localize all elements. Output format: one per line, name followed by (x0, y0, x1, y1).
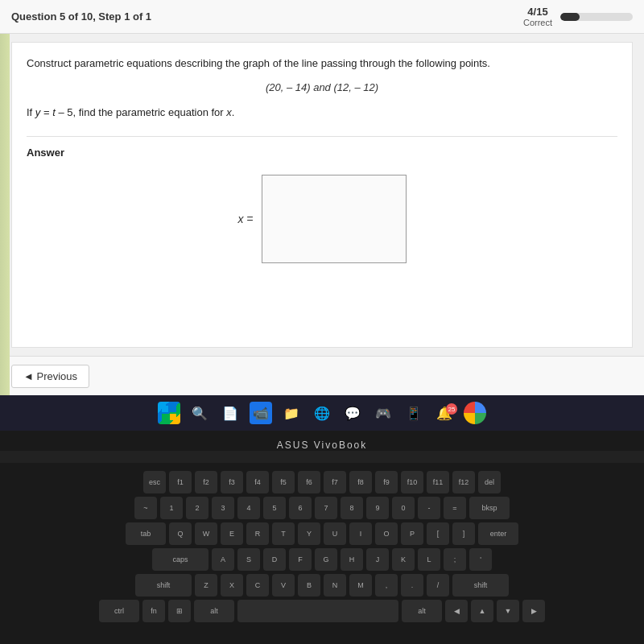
key-6[interactable]: 6 (289, 497, 312, 519)
key-v[interactable]: V (272, 574, 295, 597)
office-icon[interactable]: 📱 (402, 402, 425, 424)
key-f12[interactable]: f12 (452, 471, 475, 493)
key-shift-left[interactable]: shift (135, 574, 192, 597)
header-bar: Question 5 of 10, Step 1 of 1 4/15 Corre… (0, 0, 644, 34)
score-box: 4/15 Correct (523, 6, 552, 27)
key-tilde[interactable]: ~ (134, 497, 157, 519)
key-w[interactable]: W (195, 522, 217, 545)
key-arrow-right[interactable]: ▶ (522, 600, 545, 622)
key-7[interactable]: 7 (315, 497, 337, 519)
key-1[interactable]: 1 (160, 497, 183, 519)
key-quote[interactable]: ' (469, 548, 492, 571)
key-g[interactable]: G (315, 548, 337, 571)
key-fn[interactable]: fn (142, 600, 165, 622)
chrome-icon[interactable] (464, 402, 486, 424)
key-f8[interactable]: f8 (349, 471, 372, 493)
key-f9[interactable]: f9 (375, 471, 398, 493)
laptop-brand-label: ASUS VivoBook (277, 440, 368, 451)
answer-label: Answer (27, 147, 617, 159)
search-icon[interactable]: 🔍 (188, 402, 211, 424)
key-bracket-right[interactable]: ] (452, 522, 475, 545)
keyboard-row-1: esc f1 f2 f3 f4 f5 f6 f7 f8 f9 f10 f11 f… (16, 471, 628, 493)
key-4[interactable]: 4 (237, 497, 260, 519)
key-f4[interactable]: f4 (246, 471, 269, 493)
key-0[interactable]: 0 (392, 497, 415, 519)
key-space[interactable] (237, 600, 398, 622)
key-backspace[interactable]: bksp (469, 497, 510, 519)
key-comma[interactable]: , (375, 574, 398, 597)
previous-button[interactable]: ◄ Previous (11, 365, 89, 388)
game-icon[interactable]: 🎮 (372, 402, 394, 424)
key-m[interactable]: M (349, 574, 372, 597)
key-z[interactable]: Z (195, 574, 217, 597)
key-s[interactable]: S (237, 548, 260, 571)
key-e[interactable]: E (221, 522, 243, 545)
key-9[interactable]: 9 (366, 497, 389, 519)
key-u[interactable]: U (324, 522, 346, 545)
key-y[interactable]: Y (298, 522, 320, 545)
key-x[interactable]: X (221, 574, 243, 597)
key-k[interactable]: K (392, 548, 415, 571)
key-caps[interactable]: caps (152, 548, 208, 571)
key-slash[interactable]: / (427, 574, 449, 597)
edge-icon[interactable]: 🌐 (311, 402, 333, 424)
key-p[interactable]: P (401, 522, 423, 545)
key-period[interactable]: . (401, 574, 423, 597)
folder-icon[interactable]: 📁 (280, 402, 303, 424)
keyboard: esc f1 f2 f3 f4 f5 f6 f7 f8 f9 f10 f11 f… (0, 463, 644, 634)
key-alt-left[interactable]: alt (194, 600, 234, 622)
key-d[interactable]: D (263, 548, 286, 571)
meet-icon[interactable]: 📹 (250, 402, 272, 424)
file-icon[interactable]: 📄 (219, 402, 242, 424)
question-instruction: Construct parametric equations describin… (27, 56, 617, 72)
windows-icon[interactable] (158, 402, 180, 424)
key-t[interactable]: T (272, 522, 295, 545)
key-ctrl-left[interactable]: ctrl (99, 600, 139, 622)
key-f1[interactable]: f1 (169, 471, 192, 493)
key-shift-right[interactable]: shift (452, 574, 509, 597)
key-b[interactable]: B (298, 574, 320, 597)
question-points: (20, – 14) and (12, – 12) (27, 81, 617, 93)
progress-bar (560, 13, 633, 21)
key-f7[interactable]: f7 (324, 471, 346, 493)
key-5[interactable]: 5 (263, 497, 286, 519)
key-2[interactable]: 2 (186, 497, 208, 519)
key-f6[interactable]: f6 (298, 471, 320, 493)
key-f2[interactable]: f2 (195, 471, 217, 493)
key-j[interactable]: J (366, 548, 389, 571)
key-arrow-up[interactable]: ▲ (471, 600, 493, 622)
key-q[interactable]: Q (169, 522, 192, 545)
key-minus[interactable]: - (418, 497, 440, 519)
key-h[interactable]: H (341, 548, 363, 571)
key-arrow-left[interactable]: ◀ (445, 600, 468, 622)
key-alt-right[interactable]: alt (402, 600, 442, 622)
key-win[interactable]: ⊞ (168, 600, 191, 622)
key-f3[interactable]: f3 (221, 471, 243, 493)
key-semicolon[interactable]: ; (444, 548, 466, 571)
key-3[interactable]: 3 (212, 497, 234, 519)
key-f10[interactable]: f10 (401, 471, 423, 493)
key-del[interactable]: del (478, 471, 501, 493)
svg-rect-1 (170, 406, 176, 412)
messaging-icon[interactable]: 💬 (341, 402, 364, 424)
key-f[interactable]: F (289, 548, 312, 571)
key-tab[interactable]: tab (126, 522, 166, 545)
key-a[interactable]: A (212, 548, 234, 571)
keyboard-row-4: caps A S D F G H J K L ; ' (16, 548, 628, 571)
key-8[interactable]: 8 (341, 497, 363, 519)
key-n[interactable]: N (324, 574, 346, 597)
key-l[interactable]: L (418, 548, 440, 571)
key-i[interactable]: I (349, 522, 372, 545)
key-arrow-down[interactable]: ▼ (497, 600, 519, 622)
key-o[interactable]: O (375, 522, 398, 545)
answer-input-box[interactable] (262, 175, 407, 263)
key-f11[interactable]: f11 (427, 471, 449, 493)
keyboard-row-6: ctrl fn ⊞ alt alt ◀ ▲ ▼ ▶ (16, 600, 628, 622)
key-bracket-left[interactable]: [ (427, 522, 449, 545)
key-r[interactable]: R (246, 522, 269, 545)
key-equals[interactable]: = (444, 497, 466, 519)
key-c[interactable]: C (246, 574, 269, 597)
key-esc[interactable]: esc (143, 471, 166, 493)
key-f5[interactable]: f5 (272, 471, 295, 493)
key-enter[interactable]: enter (478, 522, 518, 545)
